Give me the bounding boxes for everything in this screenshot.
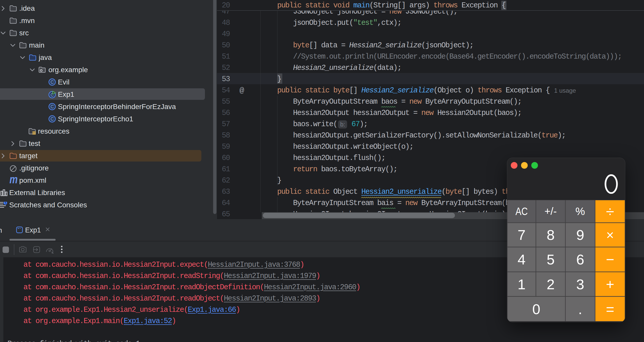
svg-text:m: m bbox=[9, 177, 18, 185]
svg-text:C: C bbox=[50, 80, 54, 85]
svg-text:C: C bbox=[50, 104, 54, 109]
svg-text:C: C bbox=[50, 116, 54, 122]
